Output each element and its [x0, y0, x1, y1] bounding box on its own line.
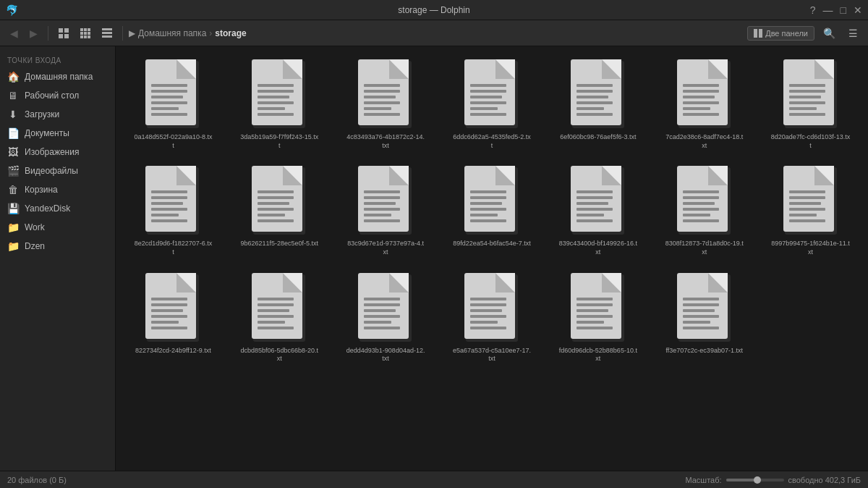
file-item[interactable]: 8e2cd1d9d6-f1822707-6.txt	[123, 160, 224, 261]
sidebar-item-dzen-label: Dzen	[25, 241, 45, 251]
sidebar-item-work[interactable]: 📁 Work	[0, 218, 115, 237]
file-item[interactable]: e5a67a537d-c5a10ee7-17.txt	[442, 267, 542, 368]
forward-button[interactable]: ▶	[25, 25, 42, 42]
trash-icon: 🗑	[7, 184, 19, 195]
menu-button[interactable]: ☰	[844, 25, 862, 42]
file-name: fd60d96dcb-52b88b65-10.txt	[558, 347, 638, 363]
file-item[interactable]: 822734f2cd-24b9ff12-9.txt	[123, 267, 224, 368]
file-item[interactable]: 839c43400d-bf149926-16.txt	[548, 160, 648, 261]
desktop-icon: 🖥	[7, 90, 19, 101]
file-item[interactable]: 83c9d67e1d-9737e97a-4.txt	[336, 160, 436, 261]
sidebar-item-home[interactable]: 🏠 Домашняя папка	[0, 67, 115, 86]
svg-rect-52	[470, 84, 506, 87]
svg-rect-173	[258, 303, 294, 306]
sidebar-item-videos[interactable]: 🎬 Видеофайлы	[0, 161, 115, 180]
svg-rect-1	[64, 28, 69, 33]
sidebar-item-trash[interactable]: 🗑 Корзина	[0, 180, 115, 199]
file-item[interactable]: dedd4d93b1-908d04ad-12.txt	[336, 267, 436, 368]
svg-rect-67	[576, 113, 613, 116]
svg-rect-23	[151, 90, 187, 93]
svg-rect-25	[151, 101, 187, 104]
svg-rect-165	[151, 315, 187, 318]
maximize-button[interactable]: □	[841, 4, 846, 16]
file-name: 0a148d552f-022a9a10-8.txt	[133, 133, 213, 150]
file-item[interactable]: fd60d96dcb-52b88b65-10.txt	[548, 267, 648, 368]
svg-rect-214	[683, 309, 715, 312]
dual-panel-label: Две панели	[765, 29, 808, 38]
svg-rect-116	[364, 214, 391, 216]
sidebar-item-yandexdisk-label: YandexDisk	[25, 203, 70, 214]
file-item[interactable]: 7cad2e38c6-8adf7ec4-18.txt	[654, 54, 754, 154]
dual-panel-button[interactable]: Две панели	[747, 26, 814, 41]
svg-rect-45	[364, 101, 400, 104]
svg-rect-162	[151, 298, 187, 300]
sidebar-item-images[interactable]: 🖼 Изображения	[0, 143, 115, 161]
sidebar-item-desktop[interactable]: 🖥 Рабочий стол	[0, 86, 115, 105]
breadcrumb: ▶ Домашняя папка › storage	[129, 28, 744, 38]
help-button[interactable]: ?	[810, 4, 816, 16]
file-icon	[357, 58, 414, 130]
svg-rect-144	[683, 202, 715, 205]
file-icon	[782, 58, 840, 130]
home-icon: 🏠	[7, 71, 19, 83]
file-item[interactable]: 8997b99475-1f624b1e-11.txt	[760, 160, 861, 261]
close-button[interactable]: ✕	[854, 4, 862, 16]
view-compact-button[interactable]	[76, 25, 95, 41]
app-icon: 🐬	[6, 4, 18, 16]
file-item[interactable]: 4c83493a76-4b1872c2-14.txt	[336, 54, 436, 154]
search-button[interactable]: 🔍	[819, 25, 840, 42]
svg-rect-56	[470, 107, 498, 110]
file-icon	[144, 164, 202, 237]
file-name: e5a67a537d-c5a10ee7-17.txt	[452, 347, 532, 363]
svg-rect-174	[258, 309, 289, 312]
file-icon	[357, 272, 414, 344]
sidebar-item-dzen[interactable]: 📁 Dzen	[0, 237, 115, 256]
back-button[interactable]: ◀	[6, 25, 22, 42]
sidebar-item-downloads[interactable]: ⬇ Загрузки	[0, 105, 115, 124]
svg-rect-66	[576, 107, 604, 110]
file-item[interactable]: 3da5b19a59-f7f9f243-15.txt	[229, 54, 330, 154]
file-name: dcbd85bf06-5dbc66b8-20.txt	[239, 347, 319, 363]
svg-rect-154	[789, 202, 821, 205]
svg-rect-105	[258, 208, 294, 211]
svg-rect-94	[151, 202, 183, 205]
file-icon	[676, 272, 733, 344]
view-list-button[interactable]	[98, 25, 116, 41]
file-item[interactable]: 6ddc6d62a5-4535fed5-2.txt	[442, 54, 542, 154]
svg-rect-156	[789, 214, 817, 216]
sidebar-item-trash-label: Корзина	[25, 185, 58, 195]
svg-rect-114	[364, 202, 396, 205]
svg-rect-17	[759, 29, 762, 38]
file-item[interactable]: dcbd85bf06-5dbc66b8-20.txt	[229, 267, 330, 368]
sidebar-item-home-label: Домашняя папка	[25, 72, 93, 82]
file-name: 7cad2e38c6-8adf7ec4-18.txt	[665, 133, 744, 150]
videos-icon: 🎬	[7, 165, 19, 177]
sidebar-item-yandexdisk[interactable]: 💾 YandexDisk	[0, 199, 115, 218]
sidebar-item-documents[interactable]: 📄 Документы	[0, 124, 115, 143]
breadcrumb-home[interactable]: ▶	[129, 28, 135, 38]
svg-rect-147	[683, 219, 719, 222]
file-name: ff3e707c2c-ec39ab07-1.txt	[666, 347, 743, 356]
file-item[interactable]: 9b626211f5-28ec5e0f-5.txt	[229, 160, 330, 261]
zoom-control: Масштаб: свободно 402,3 ГиБ	[685, 476, 861, 484]
file-item[interactable]: ff3e707c2c-ec39ab07-1.txt	[654, 267, 754, 368]
svg-rect-177	[258, 327, 294, 329]
file-item[interactable]: 0a148d552f-022a9a10-8.txt	[123, 54, 224, 154]
svg-rect-113	[364, 196, 400, 199]
file-icon	[250, 164, 308, 237]
svg-rect-62	[576, 84, 613, 87]
file-item[interactable]: 8308f12873-7d1a8d0c-19.txt	[654, 160, 754, 261]
svg-rect-85	[789, 101, 825, 104]
svg-rect-8	[84, 32, 87, 35]
file-item[interactable]: 6ef060bc98-76aef5f6-3.txt	[548, 54, 648, 154]
file-item[interactable]: 8d20ade7fc-cd6d103f-13.txt	[760, 54, 861, 154]
dzen-icon: 📁	[7, 240, 19, 252]
svg-rect-14	[102, 32, 112, 34]
minimize-button[interactable]: —	[823, 4, 833, 16]
file-name: 83c9d67e1d-9737e97a-4.txt	[346, 240, 425, 256]
file-item[interactable]: 89fd22ea54-b6fac54e-7.txt	[442, 160, 542, 261]
svg-rect-86	[789, 107, 817, 110]
zoom-slider[interactable]	[726, 479, 784, 481]
view-icons-button[interactable]	[54, 25, 73, 41]
breadcrumb-home-label[interactable]: Домашняя папка	[138, 28, 206, 38]
